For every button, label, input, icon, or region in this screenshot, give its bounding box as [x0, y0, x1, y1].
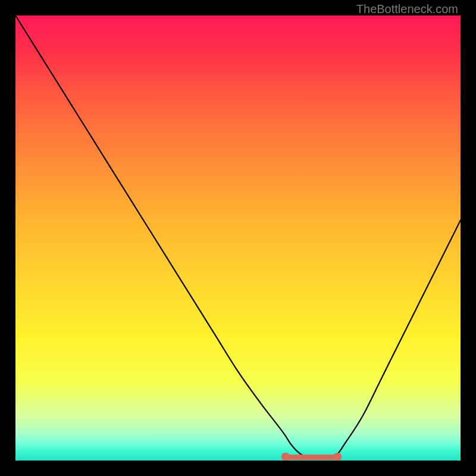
- chart-frame: TheBottleneck.com: [0, 0, 476, 476]
- highlight-segment: [283, 455, 340, 460]
- highlight-segment-cap: [281, 453, 290, 461]
- watermark-text: TheBottleneck.com: [356, 2, 458, 16]
- bottleneck-curve: [15, 15, 461, 461]
- plot-area: [15, 15, 461, 461]
- highlight-segment-cap: [333, 453, 342, 461]
